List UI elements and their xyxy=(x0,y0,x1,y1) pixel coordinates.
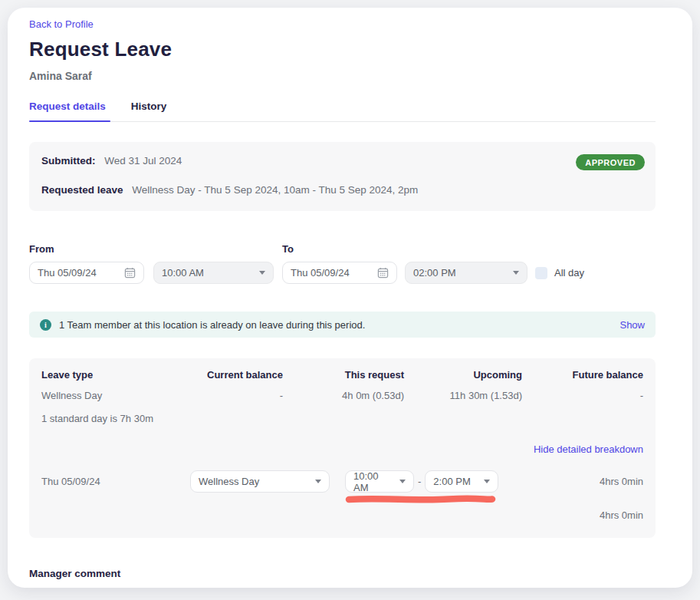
from-date-value: Thu 05/09/24 xyxy=(38,267,97,279)
from-date-input[interactable]: Thu 05/09/24 xyxy=(29,262,144,284)
col-this-request: This request xyxy=(283,369,404,381)
from-time-select[interactable]: 10:00 AM xyxy=(153,262,274,284)
red-marker-annotation xyxy=(345,494,496,505)
date-time-form-row: Thu 05/09/24 10:00 AM Thu 05/09/24 xyxy=(29,262,656,284)
chevron-down-icon xyxy=(399,480,406,483)
start-time-select[interactable]: 10:00 AM xyxy=(345,470,414,493)
balance-table-header: Leave type Current balance This request … xyxy=(41,369,643,381)
col-future-balance: Future balance xyxy=(522,369,643,381)
calendar-icon xyxy=(377,267,389,279)
chevron-down-icon xyxy=(513,271,519,275)
chevron-down-icon xyxy=(259,271,265,275)
team-leave-info-banner: i 1 Team member at this location is alre… xyxy=(29,312,656,338)
col-current-balance: Current balance xyxy=(162,369,283,381)
requested-leave-value: Wellness Day - Thu 5 Sep 2024, 10am - Th… xyxy=(132,184,418,196)
request-summary-panel: Submitted: Wed 31 Jul 2024 Requested lea… xyxy=(29,142,656,211)
page-title: Request Leave xyxy=(29,38,656,61)
request-leave-card: Back to Profile Request Leave Amina Sara… xyxy=(8,8,692,588)
from-time-value: 10:00 AM xyxy=(162,267,204,279)
tab-bar: Request details History xyxy=(29,101,656,122)
leave-type-select[interactable]: Wellness Day xyxy=(190,470,330,493)
cell-leave-type: Wellness Day xyxy=(41,390,162,401)
requested-leave-row: Requested leave Wellness Day - Thu 5 Sep… xyxy=(41,184,643,196)
col-leave-type: Leave type xyxy=(41,369,162,381)
to-time-value: 02:00 PM xyxy=(413,267,456,279)
back-to-profile-link[interactable]: Back to Profile xyxy=(29,18,94,30)
breakdown-total: 4hrs 0min xyxy=(41,509,643,521)
submitted-label: Submitted: xyxy=(41,155,96,166)
cell-future-balance: - xyxy=(522,390,643,401)
all-day-checkbox[interactable] xyxy=(535,267,547,279)
banner-text: 1 Team member at this location is alread… xyxy=(59,319,365,331)
leave-balance-panel: Leave type Current balance This request … xyxy=(29,358,656,538)
breakdown-date: Thu 05/09/24 xyxy=(41,476,190,487)
all-day-label: All day xyxy=(554,267,584,279)
requested-leave-label: Requested leave xyxy=(41,184,123,196)
chevron-down-icon xyxy=(484,480,490,483)
submitted-row: Submitted: Wed 31 Jul 2024 xyxy=(41,155,643,166)
start-time-value: 10:00 AM xyxy=(353,470,393,493)
time-range-group: 10:00 AM - 2:00 PM xyxy=(345,470,498,493)
breakdown-row: Thu 05/09/24 Wellness Day 10:00 AM - 2:0… xyxy=(41,470,643,493)
to-date-value: Thu 05/09/24 xyxy=(291,267,350,279)
tab-request-details[interactable]: Request details xyxy=(29,101,106,121)
hide-breakdown-link[interactable]: Hide detailed breakdown xyxy=(534,443,643,455)
show-link[interactable]: Show xyxy=(619,319,645,331)
from-label: From xyxy=(29,243,282,255)
table-row: Wellness Day - 4h 0m (0.53d) 11h 30m (1.… xyxy=(41,390,643,401)
to-label: To xyxy=(282,243,294,255)
info-icon: i xyxy=(40,319,51,331)
manager-comment-label: Manager comment xyxy=(29,568,656,579)
cell-this-request: 4h 0m (0.53d) xyxy=(283,390,404,401)
status-badge: APPROVED xyxy=(576,154,645,170)
end-time-value: 2:00 PM xyxy=(433,476,470,487)
end-time-select[interactable]: 2:00 PM xyxy=(425,470,498,493)
to-date-input[interactable]: Thu 05/09/24 xyxy=(282,262,397,284)
tab-history[interactable]: History xyxy=(131,101,167,121)
to-time-select[interactable]: 02:00 PM xyxy=(405,262,527,284)
chevron-down-icon xyxy=(315,480,321,483)
time-range-separator: - xyxy=(418,476,421,487)
submitted-value: Wed 31 Jul 2024 xyxy=(104,155,182,166)
calendar-icon xyxy=(124,267,136,279)
standard-day-note: 1 standard day is 7h 30m xyxy=(41,413,643,424)
form-labels: From To xyxy=(29,243,656,255)
cell-current-balance: - xyxy=(162,390,283,401)
leave-type-value: Wellness Day xyxy=(199,476,259,487)
col-upcoming: Upcoming xyxy=(404,369,522,381)
breakdown-duration: 4hrs 0min xyxy=(600,476,643,487)
employee-name: Amina Saraf xyxy=(29,70,656,82)
cell-upcoming: 11h 30m (1.53d) xyxy=(404,390,522,401)
